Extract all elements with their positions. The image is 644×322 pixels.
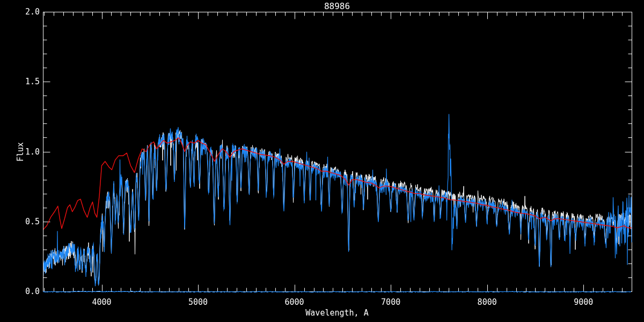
spectrum-plot: 88986 Wavelength, A Flux 0.00.51.01.52.0… bbox=[0, 0, 644, 322]
spectrum-canvas bbox=[0, 0, 644, 322]
y-tick-label: 1.5 bbox=[2, 77, 40, 86]
x-tick-label: 6000 bbox=[285, 297, 304, 307]
y-tick-label: 1.0 bbox=[2, 147, 40, 157]
y-tick-label: 0.0 bbox=[2, 287, 40, 296]
y-tick-label: 2.0 bbox=[2, 7, 40, 17]
x-tick-label: 4000 bbox=[92, 297, 111, 307]
plot-title: 88986 bbox=[324, 2, 350, 11]
x-axis-label: Wavelength, A bbox=[305, 308, 368, 318]
x-tick-label: 5000 bbox=[188, 297, 208, 307]
x-tick-label: 9000 bbox=[574, 297, 593, 307]
x-tick-label: 8000 bbox=[478, 297, 497, 307]
y-tick-label: 0.5 bbox=[2, 217, 40, 226]
x-tick-label: 7000 bbox=[381, 297, 400, 307]
